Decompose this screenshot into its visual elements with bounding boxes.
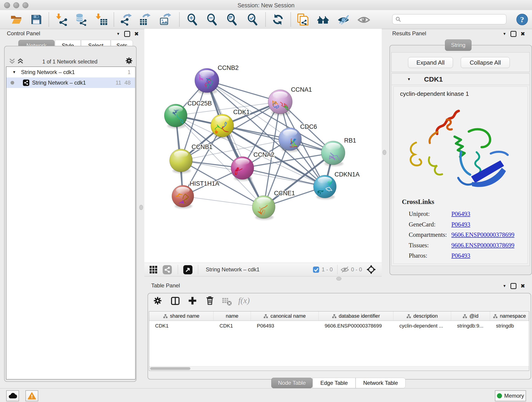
cloud-status-button[interactable] <box>6 390 19 401</box>
zoom-selected-icon[interactable] <box>246 13 259 26</box>
maximize-panel-icon[interactable] <box>510 283 516 289</box>
maximize-panel-icon[interactable] <box>510 31 516 37</box>
grid-view-icon[interactable] <box>149 266 158 274</box>
collapse-all-button[interactable]: Collapse All <box>461 57 510 68</box>
expand-all-button[interactable]: Expand All <box>408 57 453 68</box>
column-header-canonical-name[interactable]: canonical name <box>251 312 319 321</box>
help-icon[interactable]: ? <box>516 13 528 26</box>
node-CDK1[interactable] <box>211 114 234 138</box>
crosslink-label: Compartments: <box>409 231 451 238</box>
crosslink-link[interactable]: P06493 <box>451 221 470 228</box>
left-splitter-handle[interactable] <box>139 205 143 210</box>
zoom-out-icon[interactable] <box>206 13 219 26</box>
node-label-CDC25B: CDC25B <box>187 100 212 107</box>
network-options-gear-icon[interactable] <box>125 56 133 65</box>
column-header--id[interactable]: @id <box>451 312 490 321</box>
cell-description[interactable]: cyclin-dependent ... <box>393 323 451 329</box>
node-CCNB1[interactable] <box>170 149 192 173</box>
network-tree-root-row[interactable]: ▼ String Network – cdk1 1 <box>6 67 135 77</box>
search-input[interactable] <box>403 16 503 23</box>
node-CCNE1[interactable] <box>252 196 275 220</box>
column-header-shared-name[interactable]: shared name <box>149 312 214 321</box>
tree-root-count: 1 <box>128 69 131 75</box>
column-header-namespace[interactable]: namespace <box>490 312 529 321</box>
tab-network-table[interactable]: Network Table <box>355 378 405 388</box>
crosslink-row-compartments: Compartments:9606.ENSP00000378699 <box>409 231 514 238</box>
network-share-view-icon[interactable] <box>163 265 172 274</box>
node-HIST1H1A[interactable] <box>172 185 194 209</box>
node-CCNA2[interactable] <box>231 157 254 181</box>
column-header-description[interactable]: description <box>393 312 451 321</box>
warnings-button[interactable] <box>25 390 38 401</box>
fit-selected-crosshair-icon[interactable] <box>366 264 376 274</box>
birds-eye-view-icon[interactable] <box>183 265 192 274</box>
node-CCNA1[interactable] <box>268 89 292 115</box>
collapse-panel-icon[interactable]: ▼ <box>503 284 506 288</box>
table-options-gear-icon[interactable] <box>152 296 164 307</box>
first-neighbors-icon[interactable] <box>317 13 330 26</box>
search-field[interactable] <box>392 14 506 24</box>
import-network-file-icon[interactable] <box>56 13 69 26</box>
horizontal-scrollbar[interactable] <box>149 366 529 370</box>
tab-string[interactable]: String <box>445 39 472 51</box>
export-image-icon[interactable] <box>159 13 172 26</box>
export-table-icon[interactable] <box>139 13 152 26</box>
add-column-icon[interactable] <box>187 296 198 307</box>
right-splitter-handle[interactable] <box>383 150 386 155</box>
crosslink-link[interactable]: P06493 <box>451 211 470 217</box>
node-label-RB1: RB1 <box>344 137 356 144</box>
node-CDKN1A[interactable] <box>313 175 336 199</box>
show-columns-icon[interactable] <box>170 296 181 307</box>
hide-selected-icon[interactable] <box>337 13 350 26</box>
import-table-file-icon[interactable] <box>95 13 108 26</box>
collapse-section-icon[interactable]: ▼ <box>407 77 411 81</box>
function-builder-icon: f(x) <box>238 296 257 307</box>
node-label-CCNB1: CCNB1 <box>191 143 213 150</box>
maximize-panel-icon[interactable] <box>124 31 130 37</box>
memory-button[interactable]: Memory <box>495 390 526 401</box>
collapse-panel-icon[interactable]: ▼ <box>503 32 506 36</box>
tab-node-table[interactable]: Node Table <box>271 378 312 388</box>
protein-card-header[interactable]: ▼ CDK1 <box>392 74 530 85</box>
zoom-fit-icon[interactable] <box>226 13 239 26</box>
table-row[interactable]: CDK1CDK1P064939606.ENSP00000378699cyclin… <box>149 321 529 331</box>
close-panel-icon[interactable]: ✖ <box>520 31 525 37</box>
network-tree-child-row[interactable]: String Network – cdk1 11 48 <box>6 77 135 88</box>
cell-namespace[interactable]: stringdb <box>490 323 529 329</box>
close-panel-icon[interactable]: ✖ <box>520 283 525 289</box>
attribute-tree-icon <box>264 314 268 318</box>
column-header-name[interactable]: name <box>214 312 251 321</box>
node-CDC25B[interactable] <box>164 104 187 128</box>
open-file-icon[interactable] <box>10 13 23 26</box>
scrollbar-thumb[interactable] <box>150 367 190 370</box>
import-network-database-icon[interactable] <box>75 13 88 26</box>
crosslink-row-uniprot: Uniprot:P06493 <box>409 211 470 217</box>
zoom-in-icon[interactable] <box>186 13 199 26</box>
collapse-panel-icon[interactable]: ▼ <box>116 32 120 36</box>
selected-nodes-checkbox[interactable] <box>313 267 319 273</box>
cell-name[interactable]: CDK1 <box>214 323 251 329</box>
delete-column-icon[interactable] <box>205 296 216 307</box>
cell-canonical-name[interactable]: P06493 <box>251 323 319 329</box>
bottom-splitter-handle[interactable] <box>336 277 341 281</box>
crosslink-link[interactable]: 9606.ENSP00000378699 <box>451 242 514 249</box>
attribute-tree-icon <box>163 314 168 318</box>
node-table[interactable]: shared namenamecanonical namedatabase id… <box>149 311 529 371</box>
save-session-icon[interactable] <box>30 13 43 26</box>
cell--id[interactable]: stringdb:9... <box>451 323 490 329</box>
column-header-database-identifier[interactable]: database identifier <box>319 312 393 321</box>
refresh-icon[interactable] <box>272 13 284 26</box>
node-RB1[interactable] <box>321 141 345 166</box>
network-canvas[interactable]: CCNB2CCNA1CDC25BCDK1CDC6RB1CCNB1CCNA2CDK… <box>144 29 382 263</box>
crosslink-link[interactable]: P06493 <box>451 252 470 259</box>
close-panel-icon[interactable]: ✖ <box>134 31 139 37</box>
show-all-icon[interactable] <box>357 13 370 26</box>
export-network-icon[interactable] <box>120 13 133 26</box>
copy-style-icon[interactable] <box>297 13 309 26</box>
crosslink-link[interactable]: 9606.ENSP00000378699 <box>451 231 514 238</box>
window-title: Session: New Session <box>0 2 532 9</box>
cell-shared-name[interactable]: CDK1 <box>149 323 214 329</box>
tree-expand-icon[interactable]: ▼ <box>12 70 16 74</box>
tab-edge-table[interactable]: Edge Table <box>312 378 355 388</box>
cell-database-identifier[interactable]: 9606.ENSP00000378699 <box>319 323 393 329</box>
